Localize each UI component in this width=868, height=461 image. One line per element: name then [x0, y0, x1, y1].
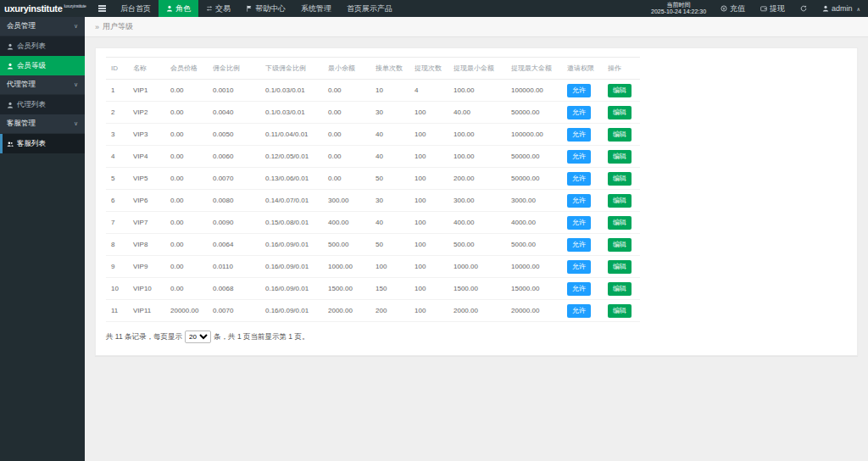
table-cell: 100.00 [448, 80, 506, 102]
nav-item-system-management[interactable]: 系统管理 [293, 0, 339, 17]
edit-button[interactable]: 编辑 [608, 260, 632, 274]
main-nav: 后台首页 角色 交易 帮助中心 系统管理 首页展示产品 [113, 0, 400, 17]
table-cell: 100 [409, 190, 448, 212]
edit-button[interactable]: 编辑 [608, 106, 632, 119]
table-cell: 9 [106, 256, 128, 278]
edit-button[interactable]: 编辑 [608, 194, 632, 208]
table-cell: 100 [409, 212, 448, 234]
exchange-icon [206, 5, 213, 12]
nav-item-help-center[interactable]: 帮助中心 [238, 0, 293, 17]
action-cell: 编辑 [603, 146, 640, 168]
invite-permission-cell: 允许 [562, 102, 603, 124]
table-cell: 40 [370, 212, 409, 234]
sidebar-item-support-list[interactable]: 客服列表 [0, 134, 85, 153]
table-cell: 0.15/0.08/0.01 [260, 212, 323, 234]
col-header: 接单次数 [370, 58, 409, 80]
breadcrumb-label: 用户等级 [103, 21, 133, 32]
table-cell: 1500.00 [448, 278, 506, 300]
invite-permission-cell: 允许 [562, 168, 603, 190]
logo[interactable]: uxuryinstitute luxuryinstitute [0, 0, 92, 17]
coin-icon [721, 5, 727, 12]
invite-permission-cell: 允许 [562, 234, 603, 256]
allow-button[interactable]: 允许 [567, 216, 591, 230]
user-menu[interactable]: admin ∧ [815, 0, 868, 17]
table-cell: 40 [370, 124, 409, 146]
allow-button[interactable]: 允许 [567, 260, 591, 274]
time-label: 当前时间 [651, 2, 706, 9]
table-cell: VIP1 [128, 80, 165, 102]
table-cell: 0.0040 [208, 102, 260, 124]
withdraw-button[interactable]: 提现 [753, 0, 793, 17]
sidebar-section-agent-management[interactable]: 代理管理 ∨ [0, 75, 85, 95]
action-cell: 编辑 [603, 102, 640, 124]
sidebar-item-member-list[interactable]: 会员列表 [0, 36, 85, 56]
nav-item-trade[interactable]: 交易 [198, 0, 238, 17]
action-cell: 编辑 [603, 234, 640, 256]
invite-permission-cell: 允许 [562, 300, 603, 322]
item-label: 会员列表 [17, 42, 46, 52]
col-header: 邀请权限 [562, 58, 603, 80]
table-card: ID 名称 会员价格 佣金比例 下级佣金比例 最小余额 接单次数 提现次数 提现… [95, 47, 858, 356]
edit-button[interactable]: 编辑 [608, 282, 632, 296]
refresh-button[interactable] [793, 0, 815, 17]
table-cell: 300.00 [323, 190, 370, 212]
table-cell: 8 [106, 234, 128, 256]
allow-button[interactable]: 允许 [567, 304, 591, 318]
col-header: 提现最大金额 [506, 58, 562, 80]
table-cell: 0.0090 [208, 212, 260, 234]
nav-item-homepage-products[interactable]: 首页展示产品 [339, 0, 400, 17]
table-cell: VIP2 [128, 102, 165, 124]
table-header-row: ID 名称 会员价格 佣金比例 下级佣金比例 最小余额 接单次数 提现次数 提现… [106, 58, 640, 80]
allow-button[interactable]: 允许 [567, 172, 591, 186]
action-cell: 编辑 [603, 300, 640, 322]
table-cell: 0.00 [165, 168, 208, 190]
nav-item-dashboard[interactable]: 后台首页 [113, 0, 159, 17]
table-cell: 4 [409, 80, 448, 102]
hamburger-icon[interactable] [92, 0, 113, 17]
allow-button[interactable]: 允许 [567, 282, 591, 296]
allow-button[interactable]: 允许 [567, 106, 591, 119]
table-cell: 0.00 [323, 80, 370, 102]
allow-button[interactable]: 允许 [567, 128, 591, 142]
edit-button[interactable]: 编辑 [608, 84, 632, 97]
col-header: 提现最小金额 [448, 58, 506, 80]
sidebar-section-support-management[interactable]: 客服管理 ∨ [0, 114, 85, 134]
edit-button[interactable]: 编辑 [608, 150, 632, 164]
sidebar-item-member-level[interactable]: 会员等级 [0, 56, 85, 75]
item-label: 客服列表 [17, 139, 46, 149]
refresh-icon [800, 5, 807, 12]
table-cell: 2000.00 [323, 300, 370, 322]
table-cell: VIP6 [128, 190, 165, 212]
allow-button[interactable]: 允许 [567, 84, 591, 97]
table-cell: 50000.00 [506, 146, 562, 168]
table-cell: 1000.00 [323, 256, 370, 278]
table-cell: 100 [370, 256, 409, 278]
chevron-down-icon: ∨ [74, 120, 78, 127]
table-cell: 100000.00 [506, 80, 562, 102]
invite-permission-cell: 允许 [562, 256, 603, 278]
table-cell: 10000.00 [506, 256, 562, 278]
nav-item-role[interactable]: 角色 [159, 0, 198, 17]
table-cell: 20000.00 [506, 300, 562, 322]
table-cell: 40 [370, 146, 409, 168]
edit-button[interactable]: 编辑 [608, 172, 632, 186]
edit-button[interactable]: 编辑 [608, 128, 632, 142]
edit-button[interactable]: 编辑 [608, 304, 632, 318]
table-row: 9VIP90.000.01100.16/0.09/0.011000.001001… [106, 256, 640, 278]
nav-label: 首页展示产品 [347, 3, 392, 14]
sidebar-item-agent-list[interactable]: 代理列表 [0, 95, 85, 114]
recharge-button[interactable]: 充值 [713, 0, 753, 17]
sidebar-section-member-management[interactable]: 会员管理 ∨ [0, 17, 85, 36]
section-label: 会员管理 [7, 21, 36, 31]
chevron-down-icon: ∨ [74, 81, 78, 88]
table-cell: 40.00 [448, 102, 506, 124]
table-cell: 3000.00 [506, 190, 562, 212]
table-cell: 100 [409, 124, 448, 146]
edit-button[interactable]: 编辑 [608, 238, 632, 252]
allow-button[interactable]: 允许 [567, 150, 591, 164]
allow-button[interactable]: 允许 [567, 194, 591, 208]
edit-button[interactable]: 编辑 [608, 216, 632, 230]
page-size-select[interactable]: 20 [185, 330, 211, 343]
allow-button[interactable]: 允许 [567, 238, 591, 252]
sidebar: 会员管理 ∨ 会员列表 会员等级 代理管理 ∨ 代理列表 客服管理 ∨ [0, 17, 85, 461]
